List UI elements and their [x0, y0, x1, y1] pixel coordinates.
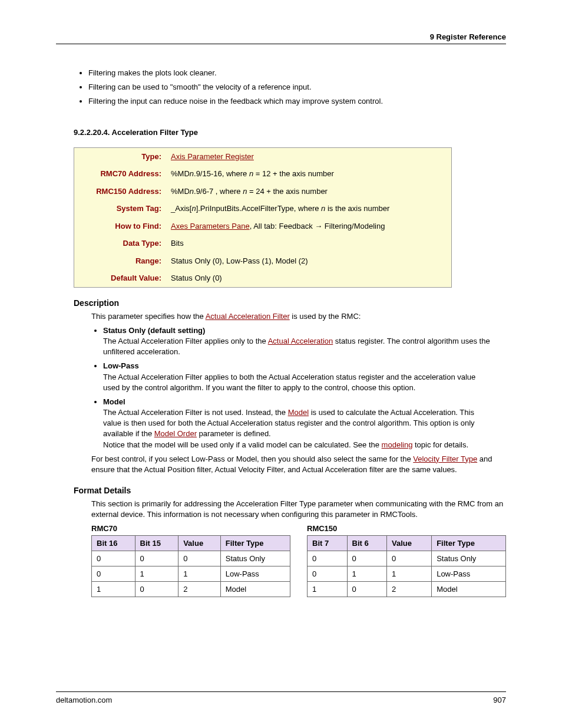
param-label: System Tag: [74, 200, 166, 218]
table-row: 000Status Only [308, 551, 506, 566]
param-value: %MDn.9/15-16, where n = 12 + the axis nu… [166, 165, 451, 183]
rmc70-table-title: RMC70 [91, 524, 290, 533]
param-value: Bits [166, 235, 451, 252]
parameter-info-box: Type: Axis Parameter Register RMC70 Addr… [74, 147, 452, 288]
model-link[interactable]: Model [288, 408, 309, 417]
section-heading: 9.2.2.20.4. Acceleration Filter Type [74, 128, 506, 137]
table-row: 102Model [92, 581, 290, 597]
col-header: Bit 7 [308, 535, 348, 551]
list-item: Filtering can be used to "smooth" the ve… [88, 82, 506, 93]
model-order-link[interactable]: Model Order [154, 429, 197, 438]
col-header: Bit 15 [135, 535, 178, 551]
description-tail: For best control, if you select Low-Pass… [91, 454, 506, 475]
list-item: Filtering makes the plots look cleaner. [88, 68, 506, 78]
col-header: Filter Type [432, 535, 506, 551]
col-header: Bit 16 [92, 535, 135, 551]
param-value: _Axis[n].PriInputBits.AccelFilterType, w… [166, 200, 451, 218]
footer-site: deltamotion.com [56, 696, 112, 704]
list-item: Status Only (default setting) The Actual… [103, 325, 506, 358]
intro-bullet-list: Filtering makes the plots look cleaner. … [56, 68, 506, 107]
actual-accel-filter-link[interactable]: Actual Acceleration Filter [206, 312, 290, 321]
table-row: 011Low-Pass [308, 566, 506, 581]
list-item: Model The Actual Acceleration Filter is … [103, 397, 506, 450]
param-label: Data Type: [74, 235, 166, 252]
description-intro: This parameter specifies how the Actual … [91, 311, 506, 322]
param-value: Status Only (0), Low-Pass (1), Model (2) [166, 252, 451, 270]
param-label: RMC150 Address: [74, 183, 166, 200]
actual-acceleration-link[interactable]: Actual Acceleration [268, 337, 333, 345]
format-details-intro: This section is primarily for addressing… [91, 499, 506, 520]
velocity-filter-type-link[interactable]: Velocity Filter Type [413, 454, 477, 463]
modeling-link[interactable]: modeling [382, 440, 413, 449]
description-heading: Description [74, 298, 506, 308]
col-header: Bit 6 [347, 535, 387, 551]
table-row: 000Status Only [92, 551, 290, 566]
page-footer: deltamotion.com 907 [56, 691, 506, 704]
col-header: Value [387, 535, 432, 551]
how-to-find-link[interactable]: Axes Parameters Pane [171, 222, 250, 230]
footer-page-number: 907 [493, 696, 506, 704]
col-header: Filter Type [220, 535, 290, 551]
col-header: Value [178, 535, 221, 551]
param-value: %MDn.9/6-7 , where n = 24 + the axis num… [166, 183, 451, 200]
rmc150-bit-table: Bit 7 Bit 6 Value Filter Type 000Status … [307, 535, 506, 597]
page-header: 9 Register Reference [56, 32, 506, 44]
description-options: Status Only (default setting) The Actual… [56, 325, 506, 450]
param-label: Type: [74, 148, 166, 166]
rmc150-table-title: RMC150 [307, 524, 506, 533]
table-row: 102Model [308, 581, 506, 597]
param-label: Range: [74, 252, 166, 270]
param-value: Status Only (0) [166, 269, 451, 287]
param-value: Axes Parameters Pane, All tab: Feedback … [166, 218, 451, 235]
param-label: How to Find: [74, 218, 166, 235]
format-details-heading: Format Details [74, 486, 506, 495]
param-label: Default Value: [74, 269, 166, 287]
param-label: RMC70 Address: [74, 165, 166, 183]
list-item: Filtering the input can reduce noise in … [88, 96, 506, 107]
rmc70-bit-table: Bit 16 Bit 15 Value Filter Type 000Statu… [91, 535, 290, 597]
table-row: 011Low-Pass [92, 566, 290, 581]
list-item: Low-Pass The Actual Acceleration Filter … [103, 361, 506, 393]
type-link[interactable]: Axis Parameter Register [171, 152, 254, 161]
param-value: Axis Parameter Register [166, 148, 451, 166]
